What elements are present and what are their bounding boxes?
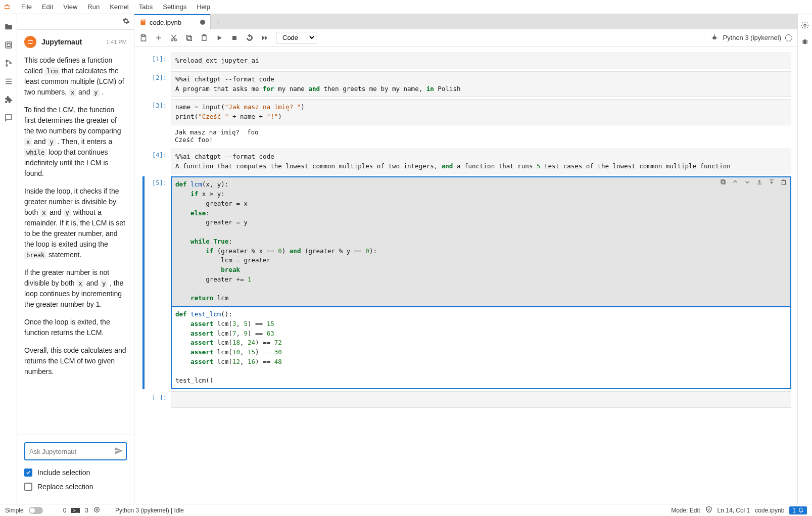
checkbox-unchecked-icon	[24, 483, 32, 491]
extensions-icon[interactable]	[4, 95, 13, 104]
duplicate-cell-icon[interactable]	[720, 178, 727, 185]
svg-rect-29	[722, 181, 725, 184]
bell-icon	[798, 507, 804, 513]
terminal-icon[interactable]: >_	[71, 508, 80, 513]
chat-timestamp: 1:41 PM	[106, 39, 127, 45]
notebook-area: code.ipynb + Code Python 3 (ipykernel)	[134, 14, 798, 504]
menu-view[interactable]: View	[58, 1, 82, 13]
code-cell[interactable]: [4]: %%ai chatgpt --format code A functi…	[137, 149, 794, 175]
svg-rect-17	[187, 36, 192, 40]
code-cell[interactable]: [3]: name = input("Jak masz na imię? ") …	[137, 99, 794, 147]
git-icon[interactable]	[4, 59, 13, 68]
code-cell[interactable]: [ ]:	[137, 391, 794, 408]
notebook-file-icon	[139, 19, 147, 26]
move-up-icon[interactable]	[732, 178, 739, 185]
svg-line-43	[806, 43, 808, 43]
toc-icon[interactable]	[4, 77, 13, 86]
status-bar: Simple 0 >_ 3 Python 3 (ipykernel) | Idl…	[0, 504, 812, 516]
tab-code-ipynb[interactable]: code.ipynb	[134, 14, 210, 29]
svg-rect-11	[141, 22, 145, 22]
code-cell[interactable]: [1]: %reload_ext jupyter_ai	[137, 53, 794, 69]
add-tab-button[interactable]: +	[210, 14, 225, 29]
debugger-icon[interactable]	[801, 37, 809, 45]
move-down-icon[interactable]	[744, 178, 751, 185]
svg-point-39	[803, 39, 807, 44]
activity-bar	[0, 14, 17, 504]
svg-rect-10	[141, 21, 145, 21]
copy-icon[interactable]	[185, 34, 193, 42]
chat-settings-icon[interactable]	[122, 17, 130, 26]
jupyternaut-avatar-icon	[24, 36, 36, 48]
svg-point-15	[171, 39, 173, 41]
trusted-icon[interactable]	[705, 506, 712, 514]
checkbox-checked-icon	[24, 468, 32, 477]
notification-badge[interactable]: 1	[789, 506, 807, 514]
running-icon[interactable]	[4, 40, 13, 50]
send-icon[interactable]	[114, 446, 123, 457]
delete-cell-icon[interactable]	[780, 178, 787, 185]
cut-icon[interactable]	[170, 34, 178, 42]
menu-edit[interactable]: Edit	[37, 1, 58, 13]
svg-marker-21	[218, 35, 222, 40]
code-cell-selected[interactable]: [5]: def lcm(x, y): if x > y: greater = …	[137, 176, 794, 389]
menu-help[interactable]: Help	[192, 1, 215, 13]
cell-prompt: [1]:	[140, 53, 171, 69]
status-file: code.ipynb	[755, 507, 784, 514]
kernel-name[interactable]: Python 3 (ipykernel)	[723, 34, 781, 41]
add-cell-icon[interactable]	[155, 34, 163, 42]
cell-prompt: [4]:	[140, 149, 171, 175]
status-kernel[interactable]: Python 3 (ipykernel) | Idle	[115, 507, 184, 514]
svg-point-16	[174, 39, 176, 41]
status-count-3: 3	[85, 507, 88, 514]
insert-above-icon[interactable]	[756, 178, 763, 185]
tab-bar: code.ipynb +	[134, 14, 797, 29]
notebook-cells[interactable]: [1]: %reload_ext jupyter_ai [2]: %%ai ch…	[134, 46, 797, 504]
menu-settings[interactable]: Settings	[158, 1, 192, 13]
svg-point-0	[7, 4, 8, 5]
save-icon[interactable]	[139, 34, 148, 42]
bug-icon[interactable]	[710, 34, 719, 42]
cell-output: Jak masz na imię? foo Cześć foo!	[171, 125, 791, 147]
cell-type-select[interactable]: Code	[276, 32, 316, 43]
kernel-status-icon[interactable]	[785, 34, 792, 41]
run-icon[interactable]	[215, 34, 223, 42]
svg-point-45	[96, 508, 98, 510]
svg-marker-23	[262, 35, 265, 40]
property-inspector-icon[interactable]	[801, 21, 809, 29]
run-all-icon[interactable]	[261, 34, 269, 42]
cell-prompt: [3]:	[140, 99, 171, 147]
notebook-toolbar: Code Python 3 (ipykernel)	[134, 29, 797, 46]
svg-rect-35	[782, 180, 786, 184]
chat-icon[interactable]	[4, 113, 13, 122]
jupyter-logo-icon	[3, 3, 11, 11]
include-selection-checkbox[interactable]: Include selection	[24, 468, 127, 477]
svg-line-41	[806, 41, 808, 41]
kernel-sessions-icon[interactable]	[93, 506, 100, 514]
svg-point-25	[713, 36, 717, 39]
cell-prompt: [ ]:	[140, 391, 171, 408]
chat-input[interactable]	[29, 448, 114, 455]
folder-icon[interactable]	[4, 22, 13, 31]
menu-kernel[interactable]: Kernel	[105, 1, 134, 13]
svg-line-42	[802, 43, 803, 43]
paste-icon[interactable]	[200, 34, 208, 42]
status-simple[interactable]: Simple	[5, 507, 24, 514]
svg-point-3	[6, 60, 7, 62]
svg-point-44	[94, 507, 100, 512]
code-cell[interactable]: [2]: %%ai chatgpt --format code A progra…	[137, 71, 794, 98]
tab-title: code.ipynb	[150, 19, 181, 26]
menu-file[interactable]: File	[16, 1, 37, 13]
svg-line-40	[802, 41, 803, 41]
restart-icon[interactable]	[246, 34, 254, 42]
svg-rect-12	[142, 35, 145, 36]
chat-body: This code defines a function called lcm …	[24, 55, 127, 377]
stop-icon[interactable]	[230, 34, 238, 42]
replace-selection-checkbox[interactable]: Replace selection	[24, 483, 127, 491]
menu-tabs[interactable]: Tabs	[134, 1, 158, 13]
status-lncol[interactable]: Ln 14, Col 1	[718, 507, 750, 514]
menu-run[interactable]: Run	[82, 1, 105, 13]
svg-rect-22	[232, 36, 236, 40]
insert-below-icon[interactable]	[768, 178, 775, 185]
simple-toggle[interactable]	[29, 507, 43, 514]
chat-message: Jupyternaut 1:41 PM This code defines a …	[17, 30, 134, 435]
